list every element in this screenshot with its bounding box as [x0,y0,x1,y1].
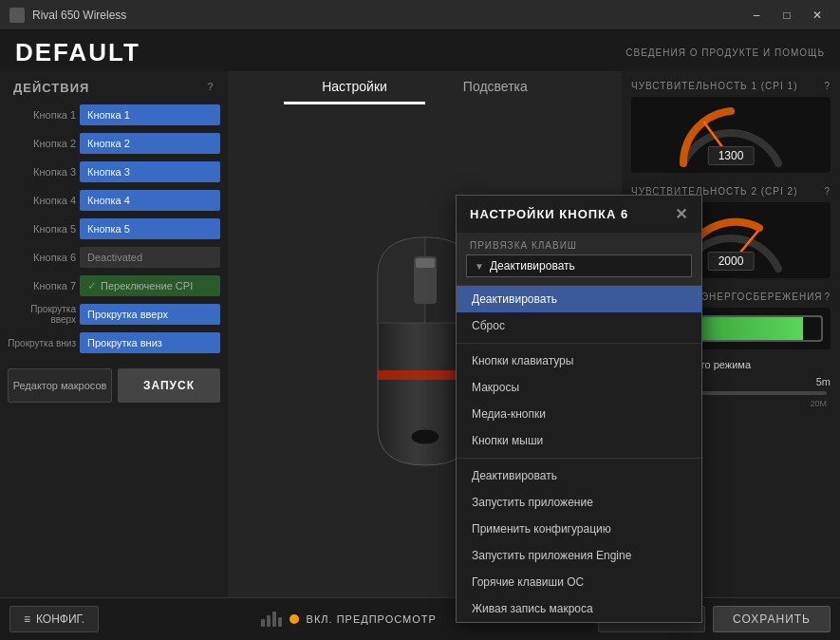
preview-bar-4 [278,617,282,627]
dropdown-separator-2 [457,458,701,459]
battery-tip [821,323,823,334]
action-label-2: Кнопка 2 [8,138,76,149]
keybind-modal: НАСТРОЙКИ КНОПКА 6 ✕ ПРИВЯЗКА КЛАВИШ ▼ Д… [456,195,702,623]
cpi2-value[interactable]: 2000 [708,252,755,271]
action-row-2: Кнопка 2 Кнопка 2 [0,129,228,158]
minimize-button[interactable]: – [743,6,770,25]
menu-icon: ≡ [24,612,30,626]
action-btn-4[interactable]: Кнопка 4 [80,190,220,211]
dropdown-item-deactivate-2[interactable]: Деактивировать [457,462,701,489]
cpi1-section: ЧУВСТВИТЕЛЬНОСТЬ 1 (CPI 1) ? CPI [631,81,831,173]
preview-bar-2 [267,615,271,627]
action-label-6: Кнопка 6 [8,252,76,263]
center-panel: Настройки Подсветка [228,71,622,597]
svg-rect-1 [416,258,435,268]
save-button[interactable]: СОХРАНИТЬ [713,606,831,632]
main-layout: ДЕЙСТВИЯ ? Кнопка 1 Кнопка 1 Кнопка 2 Кн… [0,71,840,597]
preview-bars [261,612,282,627]
action-btn-scroll-down[interactable]: Прокрутка вниз [80,332,220,353]
preview-bar-3 [272,612,276,627]
dropdown-item-keyboard[interactable]: Кнопки клавиатуры [457,348,701,374]
titlebar-title: Rival 650 Wireless [32,9,126,22]
sidebar-help-icon[interactable]: ? [207,81,215,92]
tab-settings[interactable]: Настройки [284,71,425,104]
dropdown-item-hotkeys[interactable]: Горячие клавиши ОС [457,569,701,595]
preview-status-dot [289,614,299,624]
action-label-3: Кнопка 3 [8,166,76,178]
titlebar-left: Rival 650 Wireless [9,8,126,23]
action-label-5: Кнопка 5 [8,223,76,235]
dropdown-item-launch-app[interactable]: Запустить приложение [457,489,701,516]
action-label-scroll-down: Прокрутка вниз [8,338,76,348]
action-label-4: Кнопка 4 [8,195,76,206]
tab-backlight[interactable]: Подсветка [425,71,566,104]
cpi1-gauge: CPI 1300 [631,97,831,173]
action-label-scroll-up: Прокрутка вверх [8,304,76,325]
dropdown-item-mouse[interactable]: Кнопки мыши [457,427,701,454]
sidebar-bottom: Редактор макросов ЗАПУСК [0,361,228,410]
action-row-5: Кнопка 5 Кнопка 5 [0,215,228,243]
action-row-3: Кнопка 3 Кнопка 3 [0,158,228,186]
tabs: Настройки Подсветка [228,71,622,104]
energy-help-icon[interactable]: ? [824,292,831,302]
action-row-1: Кнопка 1 Кнопка 1 [0,101,228,129]
config-button[interactable]: ≡ КОНФИГ. [9,606,99,632]
dropdown-item-deactivate-1[interactable]: Деактивировать [457,286,701,312]
titlebar: Rival 650 Wireless – □ ✕ [0,0,840,30]
app-icon [9,8,25,23]
macro-editor-button[interactable]: Редактор макросов [8,368,112,403]
dropdown-item-media[interactable]: Медиа-кнопки [457,401,701,427]
preview-toggle-button[interactable]: ВКЛ. ПРЕДПРОСМОТР [307,613,437,625]
action-btn-3[interactable]: Кнопка 3 [80,161,220,182]
svg-point-2 [411,429,439,444]
action-label-1: Кнопка 1 [8,109,76,121]
action-label-7: Кнопка 7 [8,280,76,292]
action-row-6: Кнопка 6 Deactivated [0,243,228,272]
cpi1-help-icon[interactable]: ? [824,81,831,91]
maximize-button[interactable]: □ [774,6,800,25]
launch-button[interactable]: ЗАПУСК [118,368,220,403]
modal-close-button[interactable]: ✕ [675,205,688,223]
action-btn-scroll-up[interactable]: Прокрутка вверх [80,304,220,325]
action-row-4: Кнопка 4 Кнопка 4 [0,186,228,215]
footer: ≡ КОНФИГ. ВКЛ. ПРЕДПРОСМОТР ОБРАТИТЬ СОХ… [0,597,840,640]
cpi2-help-icon[interactable]: ? [824,186,831,197]
preview-bar-1 [261,619,265,627]
action-btn-5[interactable]: Кнопка 5 [80,218,220,239]
keybind-section-label: ПРИВЯЗКА КЛАВИШ [457,233,701,254]
action-row-scroll-down: Прокрутка вниз Прокрутка вниз [0,329,228,357]
action-row-7: Кнопка 7 ✓ Переключение CPI [0,272,228,300]
dropdown-selected-value: Деактивировать [490,259,575,273]
dropdown-list: Деактивировать Сброс Кнопки клавиатуры М… [457,285,701,622]
sidebar-header: ДЕЙСТВИЯ ? [0,71,228,101]
action-row-scroll-up: Прокрутка вверх Прокрутка вверх [0,300,228,329]
preview-area: ВКЛ. ПРЕДПРОСМОТР [261,612,437,627]
titlebar-controls: – □ ✕ [743,6,831,25]
sidebar: ДЕЙСТВИЯ ? Кнопка 1 Кнопка 1 Кнопка 2 Кн… [0,71,228,597]
check-icon: ✓ [87,279,97,292]
product-info-label[interactable]: СВЕДЕНИЯ О ПРОДУКТЕ И ПОМОЩЬ [625,47,825,58]
dropdown-item-reset[interactable]: Сброс [457,312,701,339]
page-title: DEFAULT [15,38,140,67]
action-btn-2[interactable]: Кнопка 2 [80,133,220,154]
dropdown-arrow-icon: ▼ [475,261,484,272]
keybind-dropdown[interactable]: ▼ Деактивировать [466,254,692,277]
dropdown-item-apply-config[interactable]: Применить конфигурацию [457,516,701,542]
modal-title: НАСТРОЙКИ КНОПКА 6 ✕ [457,196,701,233]
cpi1-value[interactable]: 1300 [708,146,755,165]
dropdown-item-live-record[interactable]: Живая запись макроса [457,595,701,622]
dropdown-item-macros[interactable]: Макросы [457,374,701,401]
cpi1-title: ЧУВСТВИТЕЛЬНОСТЬ 1 (CPI 1) ? [631,81,831,91]
close-button[interactable]: ✕ [804,6,831,25]
dropdown-item-engine[interactable]: Запустить приложения Engine [457,542,701,569]
action-btn-1[interactable]: Кнопка 1 [80,104,220,125]
action-btn-6[interactable]: Deactivated [80,247,220,268]
dropdown-separator-1 [457,343,701,344]
action-btn-7[interactable]: ✓ Переключение CPI [80,275,220,296]
